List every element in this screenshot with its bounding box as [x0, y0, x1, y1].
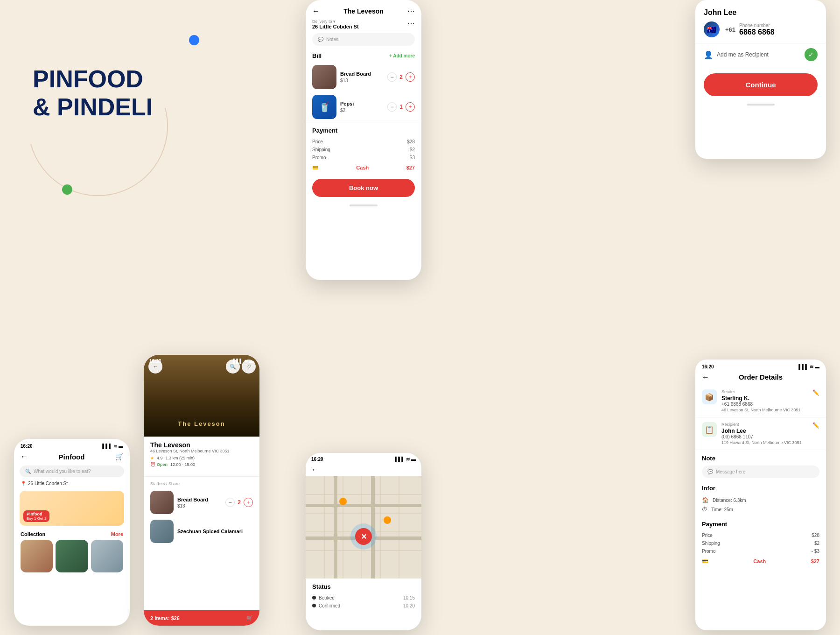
svg-text:✕: ✕ — [361, 533, 367, 541]
payment-title: Payment — [312, 127, 415, 134]
od-cash-row: 💳 Cash $27 — [702, 557, 819, 566]
phone-leveson-restaurant: 16:20 ▌▌▌ ≋ ▬ The Leveson ← 🔍 ♡ The Leve… — [144, 355, 259, 626]
add-recipient-row: 👤 Add me as Recipient ✓ — [695, 43, 826, 66]
phone-number: 6868 6868 — [739, 28, 775, 36]
rating: 4.9 — [157, 456, 163, 460]
od-payment-section: Payment Price $28 Shipping $2 Promo - $3… — [695, 516, 826, 568]
order-qty-control-1: − 2 + — [387, 72, 415, 82]
collection-thumb-2[interactable] — [56, 540, 88, 572]
od-title: Order Details — [739, 373, 783, 381]
continue-btn[interactable]: Continue — [704, 73, 818, 96]
svg-rect-9 — [334, 476, 337, 579]
status-section: Status Booked 10:15 Confirmed 10:20 — [306, 579, 421, 614]
recipient-name-6: John Lee — [721, 428, 808, 434]
infor-title: Infor — [702, 485, 819, 492]
price-label: Price — [312, 139, 323, 144]
more-icon-3[interactable]: ⋯ — [407, 7, 415, 15]
sender-address: 46 Leveson St, North Melbourne VIC 3051 — [721, 408, 808, 412]
country-code: +61 — [725, 26, 735, 33]
item-details-2: Szechuan Spiced Calamari — [177, 529, 253, 534]
search-placeholder-1: What would you like to eat? — [34, 469, 91, 474]
order-qty-minus-1[interactable]: − — [387, 72, 397, 82]
book-now-btn[interactable]: Book now — [312, 179, 415, 197]
cash-value: $27 — [406, 165, 415, 171]
search-btn-2[interactable]: 🔍 — [226, 360, 240, 374]
delivery-label: Delivery to ▾ — [312, 19, 359, 24]
qty-plus-1[interactable]: + — [244, 498, 253, 507]
add-more-btn[interactable]: + Add more — [389, 53, 415, 58]
sender-label: Sender — [721, 389, 808, 394]
map-view: ✕ — [306, 476, 421, 579]
map-signal: ▌▌▌ ≋ ▬ — [395, 457, 416, 462]
nav-bar-1: ← Pinfood 🛒 — [14, 451, 130, 464]
order-item-1: Bread Board $13 − 2 + — [306, 62, 421, 92]
notes-input[interactable]: 💬 Notes — [312, 33, 415, 46]
notes-placeholder: Notes — [326, 37, 338, 42]
svg-point-17 — [339, 498, 347, 505]
od-promo-value: - $3 — [812, 549, 819, 554]
location-row-1: 📍 26 Little Cobden St — [14, 479, 130, 488]
order-item-price-1: $13 — [340, 78, 384, 83]
bill-header: Bill + Add more — [306, 49, 421, 62]
collection-thumb-1[interactable] — [21, 540, 53, 572]
phone-map-status: 16:20 ▌▌▌ ≋ ▬ ← ✕ — [306, 453, 421, 630]
map-back-icon[interactable]: ← — [311, 466, 319, 474]
cart-bar[interactable]: 2 items: $26 🛒 — [144, 610, 259, 626]
restaurant-meta: ★ 4.9 1.3 km (25 min) — [150, 456, 253, 460]
od-back-icon[interactable]: ← — [702, 373, 709, 381]
order-qty-val-1: 2 — [399, 74, 403, 80]
back-icon-3[interactable]: ← — [312, 7, 320, 15]
od-note-icon: 💬 — [707, 469, 713, 474]
recipient-info: Recipient John Lee (03) 6868 1107 119 Ho… — [721, 422, 808, 445]
item-price-1: $13 — [177, 503, 222, 508]
phone-info: Phone number 6868 6868 — [739, 23, 775, 36]
scroll-indicator-5 — [747, 104, 775, 106]
order-item-info-1: Bread Board $13 — [340, 71, 384, 83]
bg-arc — [2, 30, 194, 222]
od-promo-label: Promo — [702, 549, 715, 554]
sender-info: Sender Sterling K. +61 6868 6868 46 Leve… — [721, 389, 808, 412]
od-status-bar: 16:20 ▌▌▌ ≋ ▬ — [695, 360, 826, 371]
hours: 12:00 - 15:00 — [170, 462, 195, 467]
order-qty-plus-1[interactable]: + — [406, 72, 415, 82]
back-icon-1[interactable]: ← — [21, 452, 28, 461]
sender-edit-icon[interactable]: ✏️ — [812, 389, 819, 396]
distance-icon: 🏠 — [702, 497, 709, 503]
fav-btn-2[interactable]: ♡ — [242, 360, 256, 374]
bg-circle-blue — [189, 35, 199, 45]
promo-badge: Pinfood Buy 1 Get 1 — [23, 510, 49, 522]
od-note-input[interactable]: 💬 Message here — [702, 466, 819, 478]
infor-distance-row: 🏠 Distance: 6.3km — [702, 495, 819, 505]
open-badge: ⏰ Open — [150, 462, 168, 467]
phone-label: Phone number — [739, 23, 775, 28]
order-item-img-1 — [312, 65, 336, 89]
qty-minus-1[interactable]: − — [225, 498, 235, 507]
more-link[interactable]: More — [111, 531, 123, 537]
delivery-options-icon[interactable]: ⋯ — [407, 19, 415, 28]
status-dot-2 — [312, 604, 316, 607]
menu-category: Starters / Share — [144, 480, 259, 488]
notes-icon: 💬 — [318, 37, 323, 42]
order-qty-plus-2[interactable]: + — [406, 102, 415, 112]
status-label-2: Confirmed — [319, 603, 340, 608]
back-btn-2[interactable]: ← — [148, 360, 162, 374]
time-icon: ⏱ — [702, 506, 707, 513]
collection-thumb-3[interactable] — [91, 540, 123, 572]
price-value: $28 — [407, 139, 415, 144]
recipient-edit-icon[interactable]: ✏️ — [812, 422, 819, 429]
order-qty-minus-2[interactable]: − — [387, 102, 397, 112]
infor-distance: Distance: 6.3km — [713, 498, 746, 503]
recipient-icon: 📋 — [702, 422, 717, 437]
star-icon: ★ — [150, 456, 154, 460]
add-recipient-label: Add me as Recipient — [717, 51, 769, 58]
phone-leveson-order: ← The Leveson ⋯ Delivery to ▾ 26 Little … — [306, 0, 421, 280]
menu-item-2: Szechuan Spiced Calamari — [144, 517, 259, 546]
search-bar-1[interactable]: 🔍 What would you like to eat? — [20, 466, 124, 477]
payment-row-cash: 💳 Cash $27 — [312, 163, 415, 172]
restaurant-info: The Leveson 46 Leveson St, North Melbour… — [144, 437, 259, 473]
cart-icon-1[interactable]: 🛒 — [115, 453, 123, 460]
od-price-value: $28 — [812, 533, 819, 538]
recipient-phone-6: (03) 6868 1107 — [721, 434, 808, 439]
od-price-label: Price — [702, 533, 713, 538]
cash-icon-3: 💳 — [312, 165, 319, 171]
